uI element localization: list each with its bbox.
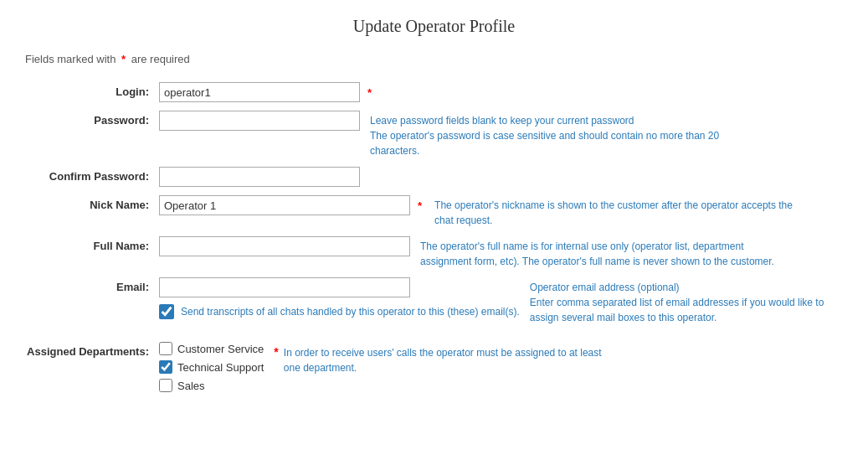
nickname-row: Nick Name: * The operator's nickname is …	[25, 195, 843, 228]
department-checkbox[interactable]	[159, 379, 172, 392]
page-title: Update Operator Profile	[25, 17, 843, 36]
nickname-label: Nick Name:	[25, 195, 159, 211]
login-content: *	[159, 82, 374, 102]
email-row: Email: Send transcripts of all chats han…	[25, 277, 843, 325]
required-note: Fields marked with * are required	[25, 53, 843, 65]
nickname-input[interactable]	[159, 195, 410, 215]
department-name: Sales	[177, 380, 205, 392]
confirm-password-field	[159, 167, 360, 187]
password-row: Password: Leave password fields blank to…	[25, 111, 843, 158]
fullname-row: Full Name: The operator's full name is f…	[25, 236, 843, 269]
department-hint-text: In order to receive users' calls the ope…	[284, 345, 609, 375]
nickname-field: *	[159, 195, 424, 215]
login-field: *	[159, 82, 374, 102]
transcript-label: Send transcripts of all chats handled by…	[181, 306, 520, 318]
login-row: Login: *	[25, 82, 843, 102]
fullname-input[interactable]	[159, 236, 410, 256]
departments-section: Customer ServiceTechnical SupportSales *…	[159, 342, 609, 397]
login-input[interactable]	[159, 82, 360, 102]
department-item: Technical Support	[159, 360, 264, 374]
departments-label: Assigned Departments:	[25, 342, 159, 358]
departments-row: Assigned Departments: Customer ServiceTe…	[25, 342, 843, 397]
nickname-content: * The operator's nickname is shown to th…	[159, 195, 803, 228]
confirm-password-row: Confirm Password:	[25, 167, 843, 187]
email-hint: Operator email address (optional) Enter …	[530, 277, 843, 325]
nickname-required-star: *	[418, 199, 422, 212]
fullname-field	[159, 236, 410, 256]
fullname-hint: The operator's full name is for internal…	[420, 236, 788, 269]
department-item: Customer Service	[159, 342, 264, 355]
confirm-password-content	[159, 167, 360, 187]
login-label: Login:	[25, 82, 159, 98]
password-input[interactable]	[159, 111, 360, 131]
department-hint: * In order to receive users' calls the o…	[274, 342, 609, 375]
password-field	[159, 111, 360, 131]
confirm-password-input[interactable]	[159, 167, 360, 187]
login-required-star: *	[367, 86, 372, 99]
department-name: Technical Support	[177, 361, 264, 374]
nickname-hint: The operator's nickname is shown to the …	[434, 195, 803, 228]
fullname-label: Full Name:	[25, 236, 159, 252]
email-field	[159, 277, 520, 297]
email-section: Send transcripts of all chats handled by…	[159, 277, 520, 319]
department-item: Sales	[159, 379, 264, 392]
email-label: Email:	[25, 277, 159, 293]
department-checkbox[interactable]	[159, 342, 172, 355]
password-hint: Leave password fields blank to keep your…	[370, 111, 738, 158]
department-name: Customer Service	[177, 343, 264, 355]
department-checkbox[interactable]	[159, 360, 172, 374]
transcript-checkbox[interactable]	[159, 304, 174, 319]
transcript-row: Send transcripts of all chats handled by…	[159, 304, 520, 319]
departments-list: Customer ServiceTechnical SupportSales	[159, 342, 264, 397]
fullname-content: The operator's full name is for internal…	[159, 236, 788, 269]
email-content: Send transcripts of all chats handled by…	[159, 277, 843, 325]
password-label: Password:	[25, 111, 159, 127]
email-input[interactable]	[159, 277, 410, 297]
confirm-password-label: Confirm Password:	[25, 167, 159, 183]
password-content: Leave password fields blank to keep your…	[159, 111, 738, 158]
